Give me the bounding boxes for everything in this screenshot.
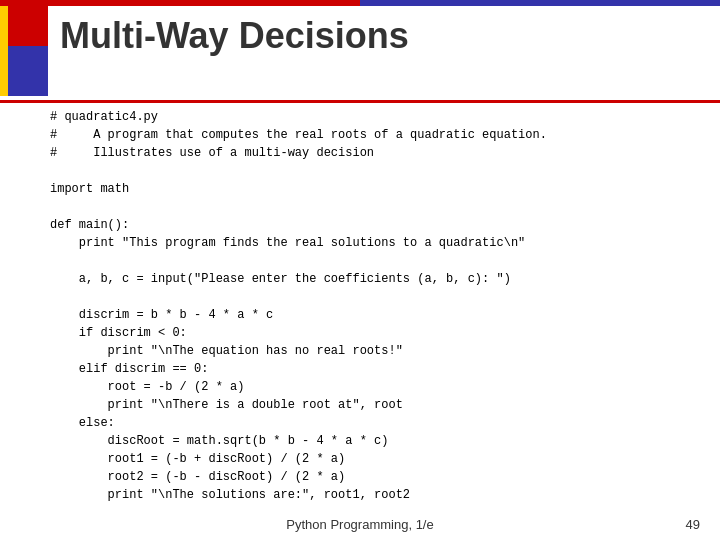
code-line: print "\nThere is a double root at", roo…	[50, 396, 690, 414]
code-line: root = -b / (2 * a)	[50, 378, 690, 396]
code-line: import math	[50, 180, 690, 198]
code-line: def main():	[50, 216, 690, 234]
code-line	[50, 252, 690, 270]
page-number: 49	[686, 517, 700, 532]
left-yellow-accent	[0, 6, 8, 96]
footer-text: Python Programming, 1/e	[286, 517, 433, 532]
code-line	[50, 288, 690, 306]
code-line	[50, 162, 690, 180]
code-line: else:	[50, 414, 690, 432]
code-line: # quadratic4.py	[50, 108, 690, 126]
code-line: if discrim < 0:	[50, 324, 690, 342]
code-line: discrim = b * b - 4 * a * c	[50, 306, 690, 324]
title-divider	[0, 100, 720, 103]
code-line: # Illustrates use of a multi-way decisio…	[50, 144, 690, 162]
blue-rect-accent	[8, 46, 48, 96]
code-area: # quadratic4.py# A program that computes…	[50, 108, 690, 500]
red-square-accent	[8, 6, 48, 46]
slide-title: Multi-Way Decisions	[60, 15, 409, 56]
code-line: elif discrim == 0:	[50, 360, 690, 378]
code-line: print "This program finds the real solut…	[50, 234, 690, 252]
code-line: print "\nThe equation has no real roots!…	[50, 342, 690, 360]
footer: Python Programming, 1/e	[0, 517, 720, 532]
code-line: # A program that computes the real roots…	[50, 126, 690, 144]
code-line: discRoot = math.sqrt(b * b - 4 * a * c)	[50, 432, 690, 450]
top-bar	[0, 0, 720, 6]
code-line: root2 = (-b - discRoot) / (2 * a)	[50, 468, 690, 486]
code-line: root1 = (-b + discRoot) / (2 * a)	[50, 450, 690, 468]
code-line: a, b, c = input("Please enter the coeffi…	[50, 270, 690, 288]
code-line: print "\nThe solutions are:", root1, roo…	[50, 486, 690, 504]
slide-title-area: Multi-Way Decisions	[60, 15, 700, 57]
code-line	[50, 198, 690, 216]
